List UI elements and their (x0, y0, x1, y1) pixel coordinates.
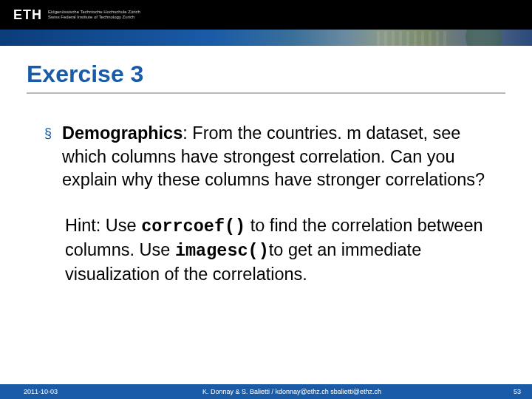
footer-date: 2011-10-03 (0, 388, 81, 395)
bullet-paragraph: Demographics: From the countries. m data… (62, 122, 488, 192)
bullet-icon: § (44, 126, 52, 141)
eth-subtitle-line2: Swiss Federal Institute of Technology Zu… (48, 15, 140, 20)
header-top-bar: ETH Eidgenössische Technische Hochschule… (0, 0, 532, 30)
slide-title: Exercise 3 (27, 61, 532, 88)
code-corrcoef: corrcoef() (141, 216, 245, 236)
eth-subtitle-line1: Eidgenössische Technische Hochschule Zür… (48, 10, 140, 15)
bullet-label: Demographics (62, 123, 183, 143)
bullet-item: § Demographics: From the countries. m da… (44, 122, 488, 192)
code-imagesc: imagesc() (175, 241, 269, 261)
slide-footer: 2011-10-03 K. Donnay & S. Balietti / kdo… (0, 384, 532, 399)
slide-content: § Demographics: From the countries. m da… (0, 94, 532, 286)
hint-paragraph: Hint: Use corrcoef() to find the correla… (65, 214, 488, 286)
slide-header: ETH Eidgenössische Technische Hochschule… (0, 0, 532, 46)
eth-subtitle: Eidgenössische Technische Hochschule Zür… (48, 10, 140, 19)
footer-page-number: 53 (502, 388, 532, 395)
header-image-band (0, 30, 532, 46)
hint-prefix: Hint: Use (65, 216, 141, 235)
eth-logo: ETH (13, 7, 42, 23)
footer-credits: K. Donnay & S. Balietti / kdonnay@ethz.c… (81, 388, 502, 395)
